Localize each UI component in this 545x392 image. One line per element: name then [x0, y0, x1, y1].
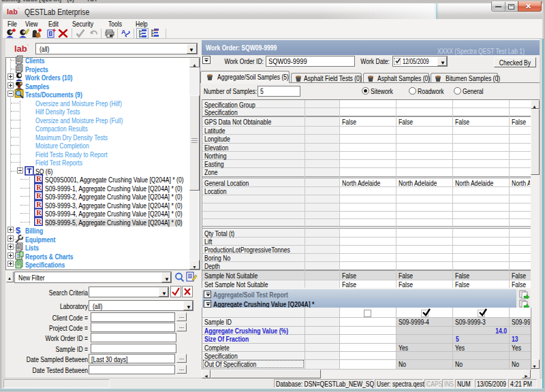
svg-text:R: R — [36, 209, 42, 216]
svg-text:$: $ — [16, 225, 21, 235]
svg-text:lab: lab — [154, 29, 159, 32]
svg-text:R: R — [36, 201, 42, 208]
svg-text:R: R — [36, 192, 42, 199]
svg-text:R: R — [36, 184, 42, 191]
svg-text:A: A — [121, 29, 126, 35]
svg-text:+: + — [52, 28, 56, 34]
svg-text:R: R — [36, 175, 42, 182]
svg-text:R: R — [36, 218, 42, 225]
